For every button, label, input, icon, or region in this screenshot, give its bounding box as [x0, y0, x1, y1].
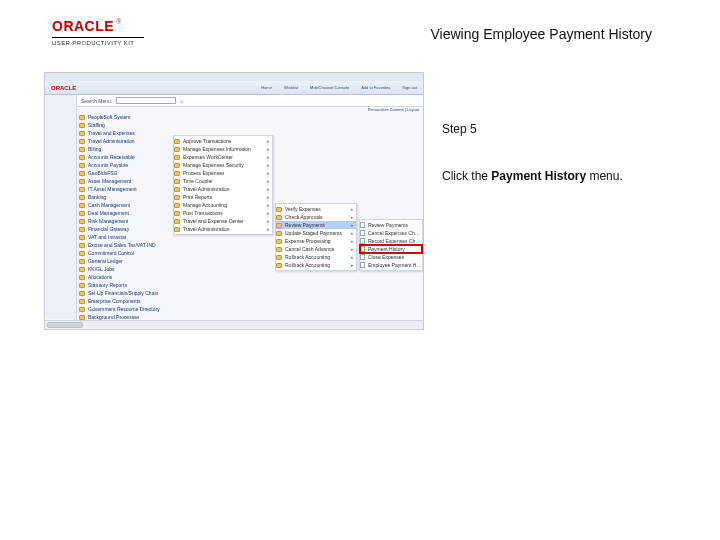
- menu-item[interactable]: Check Approvals▸: [276, 213, 356, 221]
- menu-item-label: Check Approvals: [285, 214, 323, 220]
- nav-home[interactable]: Home: [261, 85, 272, 90]
- nav-worklist[interactable]: Worklist: [284, 85, 298, 90]
- menu-item[interactable]: Approve Transactions▸: [174, 137, 272, 145]
- menu-item[interactable]: Financial Gateway: [79, 225, 171, 233]
- menu-item[interactable]: KK/GL Jobs: [79, 265, 171, 273]
- menu-item[interactable]: Government Resource Directory: [79, 305, 171, 313]
- menu-item[interactable]: Employee Payment History: [360, 261, 422, 269]
- folder-icon: [276, 231, 282, 236]
- menu-item[interactable]: PeopleSoft System: [79, 113, 171, 121]
- folder-icon: [174, 195, 180, 200]
- menu-item[interactable]: Statutory Reports: [79, 281, 171, 289]
- menu-item[interactable]: Asset Management: [79, 177, 171, 185]
- menu-item[interactable]: Commitment Control: [79, 249, 171, 257]
- menu-item[interactable]: Accounts Receivable: [79, 153, 171, 161]
- menu-item-label: Print Reports: [183, 194, 212, 200]
- menu-item[interactable]: Expense Processing▸: [276, 237, 356, 245]
- menu-item[interactable]: Travel Administration▸: [174, 185, 272, 193]
- chevron-right-icon: ▸: [267, 138, 272, 144]
- menu-item[interactable]: Manage Accounting▸: [174, 201, 272, 209]
- chevron-right-icon: ▸: [267, 202, 272, 208]
- logo-registered: ®: [116, 18, 121, 25]
- menu-item[interactable]: Travel and Expenses: [79, 129, 171, 137]
- folder-icon: [174, 163, 180, 168]
- menu-item[interactable]: Review Payments: [360, 221, 422, 229]
- menu-item[interactable]: Rollback Accounting▸: [276, 261, 356, 269]
- menu-item[interactable]: Payment History: [360, 245, 422, 253]
- menu-item-label: Employee Payment History: [368, 262, 422, 268]
- menu-item[interactable]: Allocations: [79, 273, 171, 281]
- menu-item-label: Asset Management: [88, 178, 131, 184]
- horizontal-scrollbar[interactable]: [45, 320, 423, 329]
- nav-mcc[interactable]: MultiChannel Console: [310, 85, 349, 90]
- menu-item[interactable]: Review Payments▸: [276, 221, 356, 229]
- nav-add-fav[interactable]: Add to Favorites: [361, 85, 390, 90]
- chevron-right-icon: ▸: [351, 206, 356, 212]
- search-icon[interactable]: ⌕: [180, 98, 184, 104]
- menu-item[interactable]: Travel Administration▸: [174, 225, 272, 233]
- menu-item[interactable]: Manage Expenses Information▸: [174, 145, 272, 153]
- folder-icon: [79, 187, 85, 192]
- folder-icon: [276, 255, 282, 260]
- menu-item[interactable]: Post Transactions▸: [174, 209, 272, 217]
- menu-item[interactable]: Cash Management: [79, 201, 171, 209]
- menu-item[interactable]: Cancel Expenses Check: [360, 229, 422, 237]
- menu-item[interactable]: Travel Administration: [79, 137, 171, 145]
- folder-icon: [79, 163, 85, 168]
- menu-item[interactable]: Rollback Accounting▸: [276, 253, 356, 261]
- menu-item[interactable]: Staffing: [79, 121, 171, 129]
- menu-item-label: Excise and Sales Tax/VAT IND: [88, 242, 156, 248]
- menu-item-label: Staffing: [88, 122, 105, 128]
- menu-item[interactable]: Cancel Cash Advance▸: [276, 245, 356, 253]
- chevron-right-icon: ▸: [351, 230, 356, 236]
- folder-icon: [79, 195, 85, 200]
- menu-item[interactable]: IT Asset Management: [79, 185, 171, 193]
- chevron-right-icon: ▸: [267, 170, 272, 176]
- document-icon: [360, 222, 365, 228]
- menu-item[interactable]: Manage Expenses Security▸: [174, 161, 272, 169]
- menu-item-label: Verify Expenses: [285, 206, 321, 212]
- chevron-right-icon: ▸: [351, 238, 356, 244]
- menu-item[interactable]: Close Expenses: [360, 253, 422, 261]
- menu-item[interactable]: Set Up Financials/Supply Chain: [79, 289, 171, 297]
- menu-item[interactable]: Banking: [79, 193, 171, 201]
- menu-item[interactable]: Billing: [79, 145, 171, 153]
- menu-item-label: GeoBidsFSG: [88, 170, 117, 176]
- menu-item[interactable]: GeoBidsFSG: [79, 169, 171, 177]
- menu-item[interactable]: Print Reports▸: [174, 193, 272, 201]
- menu-item[interactable]: Travel and Expense Center▸: [174, 217, 272, 225]
- menu-item[interactable]: Enterprise Components: [79, 297, 171, 305]
- menu-item[interactable]: Excise and Sales Tax/VAT IND: [79, 241, 171, 249]
- menu-item[interactable]: Worklist: [79, 329, 171, 330]
- menu-item[interactable]: Record Expenses Check: [360, 237, 422, 245]
- personalize-links[interactable]: Personalize Content | Layout: [165, 107, 419, 112]
- menu-item[interactable]: Time Coupler▸: [174, 177, 272, 185]
- menu-item-label: Cancel Cash Advance: [285, 246, 334, 252]
- step-text: Click the Payment History menu.: [442, 167, 672, 186]
- menu-item[interactable]: Expenses WorkCenter▸: [174, 153, 272, 161]
- menu-item[interactable]: Update Staged Payments▸: [276, 229, 356, 237]
- menu-item[interactable]: Accounts Payable: [79, 161, 171, 169]
- menu-item[interactable]: Risk Management: [79, 217, 171, 225]
- menu-item[interactable]: VAT and Intrastat: [79, 233, 171, 241]
- scroll-thumb[interactable]: [47, 322, 83, 328]
- menu-item-label: Rollback Accounting: [285, 254, 330, 260]
- folder-icon: [79, 307, 85, 312]
- menu-search-input[interactable]: [116, 97, 176, 104]
- folder-icon: [79, 275, 85, 280]
- folder-icon: [79, 259, 85, 264]
- menu-item[interactable]: Deal Management: [79, 209, 171, 217]
- menu-item[interactable]: General Ledger: [79, 257, 171, 265]
- menu-item[interactable]: Process Expenses▸: [174, 169, 272, 177]
- folder-icon: [79, 123, 85, 128]
- folder-icon: [276, 239, 282, 244]
- folder-icon: [79, 219, 85, 224]
- nav-signout[interactable]: Sign out: [402, 85, 417, 90]
- chevron-right-icon: ▸: [351, 246, 356, 252]
- oracle-logo: ORACLE® USER PRODUCTIVITY KIT: [52, 18, 144, 46]
- menu-item-label: Expenses WorkCenter: [183, 154, 233, 160]
- folder-icon: [79, 147, 85, 152]
- document-title: Viewing Employee Payment History: [430, 26, 652, 42]
- menu-item-label: IT Asset Management: [88, 186, 137, 192]
- menu-item[interactable]: Verify Expenses▸: [276, 205, 356, 213]
